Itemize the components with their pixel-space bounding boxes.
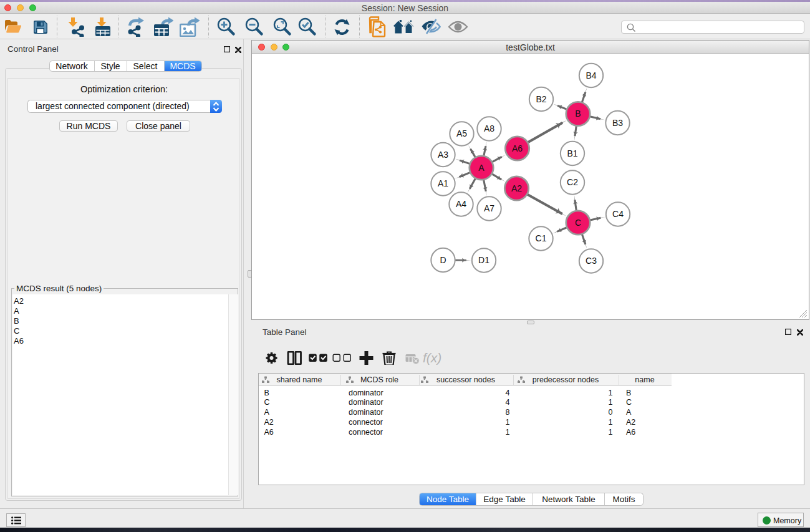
svg-text:B2: B2 [536, 94, 546, 104]
svg-text:A2: A2 [511, 183, 522, 193]
svg-text:A: A [478, 163, 485, 173]
svg-text:D: D [440, 255, 446, 265]
svg-text:C: C [575, 218, 581, 228]
svg-text:A6: A6 [512, 143, 523, 153]
svg-text:C1: C1 [536, 233, 547, 243]
svg-text:B4: B4 [586, 70, 596, 80]
svg-text:D1: D1 [478, 255, 489, 265]
svg-text:A4: A4 [456, 199, 466, 209]
svg-text:B3: B3 [612, 118, 623, 128]
svg-text:C4: C4 [612, 209, 624, 219]
svg-text:C2: C2 [567, 177, 578, 187]
svg-text:A3: A3 [438, 150, 448, 160]
svg-text:A1: A1 [438, 178, 448, 188]
svg-text:B: B [575, 109, 581, 118]
svg-text:A5: A5 [456, 128, 467, 138]
svg-text:f(x): f(x) [423, 351, 441, 365]
svg-text:C3: C3 [586, 256, 597, 266]
svg-text:A7: A7 [484, 203, 494, 213]
svg-text:B1: B1 [567, 148, 577, 158]
svg-text:A8: A8 [484, 123, 494, 133]
